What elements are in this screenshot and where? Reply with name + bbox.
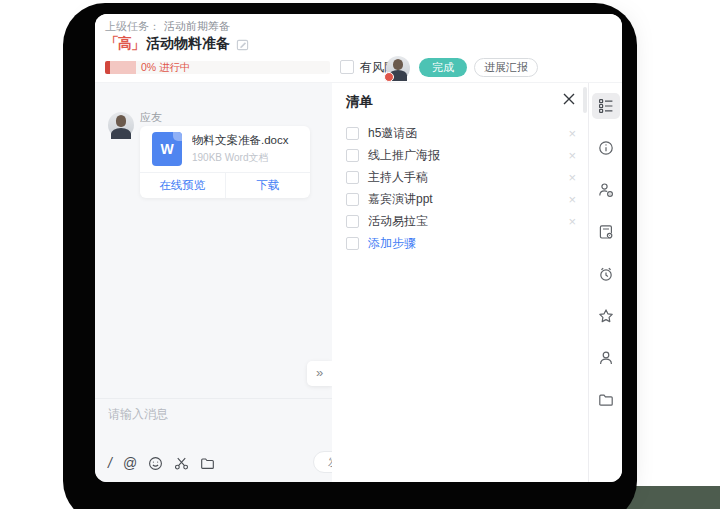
- checklist-steps-icon: [598, 98, 614, 114]
- person-gear-icon: [598, 182, 614, 198]
- checklist-panel: 清单 h5邀请函 × 线上推广海报 ×: [332, 83, 588, 482]
- complete-button[interactable]: 完成: [419, 58, 467, 77]
- task-title: 活动物料准备: [146, 35, 230, 53]
- remove-item-icon[interactable]: ×: [568, 127, 576, 140]
- file-download-button[interactable]: 下载: [225, 173, 311, 198]
- file-actions: 在线预览 下载: [140, 172, 310, 198]
- emoji-icon[interactable]: [148, 456, 163, 471]
- checklist-row: 主持人手稿 ×: [332, 166, 588, 188]
- remove-item-icon[interactable]: ×: [568, 149, 576, 162]
- checklist-title: 清单: [346, 93, 373, 111]
- breadcrumb: 上级任务：活动前期筹备: [105, 19, 230, 34]
- rail-item-assignee[interactable]: [592, 177, 620, 203]
- side-rail: [588, 83, 622, 482]
- item-label: 主持人手稿: [368, 169, 568, 186]
- checklist-row: 线上推广海报 ×: [332, 144, 588, 166]
- alarm-clock-icon: [598, 266, 614, 282]
- priority-badge-icon: [384, 72, 394, 82]
- rail-item-files[interactable]: [592, 387, 620, 413]
- rail-item-task-card[interactable]: [592, 219, 620, 245]
- title-row: 「高」 活动物料准备: [105, 35, 249, 53]
- file-texts: 物料文案准备.docx 190KB Word文档: [192, 133, 289, 165]
- scrollbar-thumb[interactable]: [583, 87, 587, 113]
- rail-item-checklist[interactable]: [592, 93, 620, 119]
- file-meta: 190KB Word文档: [192, 151, 289, 165]
- chat-input-area: / @: [95, 398, 332, 482]
- risk-checkbox[interactable]: [340, 60, 354, 74]
- star-icon: [598, 308, 614, 324]
- remove-item-icon[interactable]: ×: [568, 193, 576, 206]
- file-name: 物料文案准备.docx: [192, 133, 289, 148]
- file-preview-button[interactable]: 在线预览: [140, 173, 225, 198]
- remove-item-icon[interactable]: ×: [568, 171, 576, 184]
- progress-bar[interactable]: 0% 进行中: [105, 61, 330, 74]
- item-checkbox[interactable]: [346, 215, 359, 228]
- folder-icon: [598, 392, 614, 408]
- file-card-body: W 物料文案准备.docx 190KB Word文档: [140, 126, 310, 172]
- rail-item-reminder[interactable]: [592, 261, 620, 287]
- progress-fill-light: [110, 61, 136, 74]
- progress-report-button[interactable]: 进展汇报: [474, 58, 538, 77]
- add-step-checkbox[interactable]: [346, 237, 359, 250]
- send-button[interactable]: 发: [313, 451, 332, 473]
- file-folder-icon[interactable]: [200, 456, 215, 471]
- remove-item-icon[interactable]: ×: [568, 215, 576, 228]
- collapse-panel-button[interactable]: »: [307, 361, 332, 386]
- sender-name: 应友: [140, 110, 162, 125]
- close-icon[interactable]: [561, 91, 577, 107]
- edit-title-icon[interactable]: [236, 38, 249, 51]
- checklist-items: h5邀请函 × 线上推广海报 × 主持人手稿 × 嘉宾演讲ppt ×: [332, 122, 588, 254]
- priority-tag: 「高」: [105, 35, 144, 53]
- page: 上级任务：活动前期筹备 「高」 活动物料准备 0% 进行中 有风险: [0, 0, 720, 509]
- checklist-row: 活动易拉宝 ×: [332, 210, 588, 232]
- item-checkbox[interactable]: [346, 171, 359, 184]
- person-icon: [598, 350, 614, 366]
- message-input[interactable]: [108, 407, 308, 421]
- item-label: 嘉宾演讲ppt: [368, 191, 568, 208]
- item-label: h5邀请函: [368, 125, 568, 142]
- file-attachment-card[interactable]: W 物料文案准备.docx 190KB Word文档 在线预览 下载: [140, 126, 310, 198]
- progress-text: 0% 进行中: [141, 61, 191, 74]
- card-gear-icon: [598, 224, 614, 240]
- item-checkbox[interactable]: [346, 127, 359, 140]
- rail-item-info[interactable]: [592, 135, 620, 161]
- rail-item-favorite[interactable]: [592, 303, 620, 329]
- item-label: 活动易拉宝: [368, 213, 568, 230]
- task-header: 上级任务：活动前期筹备 「高」 活动物料准备 0% 进行中 有风险: [95, 14, 622, 83]
- checklist-row: 嘉宾演讲ppt ×: [332, 188, 588, 210]
- assignee-avatar[interactable]: [386, 56, 410, 80]
- rail-item-profile[interactable]: [592, 345, 620, 371]
- sender-avatar[interactable]: [108, 112, 134, 138]
- task-detail-window: 上级任务：活动前期筹备 「高」 活动物料准备 0% 进行中 有风险: [95, 14, 622, 482]
- breadcrumb-label: 上级任务：: [105, 20, 160, 32]
- add-step-row: 添加步骤: [332, 232, 588, 254]
- item-checkbox[interactable]: [346, 149, 359, 162]
- add-step-link[interactable]: 添加步骤: [368, 235, 416, 252]
- item-checkbox[interactable]: [346, 193, 359, 206]
- chat-panel: 应友 W 物料文案准备.docx 190KB Word文档 在线预览 下载 »: [95, 83, 332, 482]
- chat-toolbar: / @: [108, 455, 215, 471]
- item-label: 线上推广海报: [368, 147, 568, 164]
- mention-icon[interactable]: @: [123, 455, 137, 471]
- breadcrumb-parent-task-link[interactable]: 活动前期筹备: [164, 20, 230, 32]
- word-file-icon: W: [152, 132, 182, 166]
- slash-command-icon[interactable]: /: [108, 455, 112, 471]
- screenshot-scissors-icon[interactable]: [174, 456, 189, 471]
- checklist-row: h5邀请函 ×: [332, 122, 588, 144]
- info-icon: [598, 140, 614, 156]
